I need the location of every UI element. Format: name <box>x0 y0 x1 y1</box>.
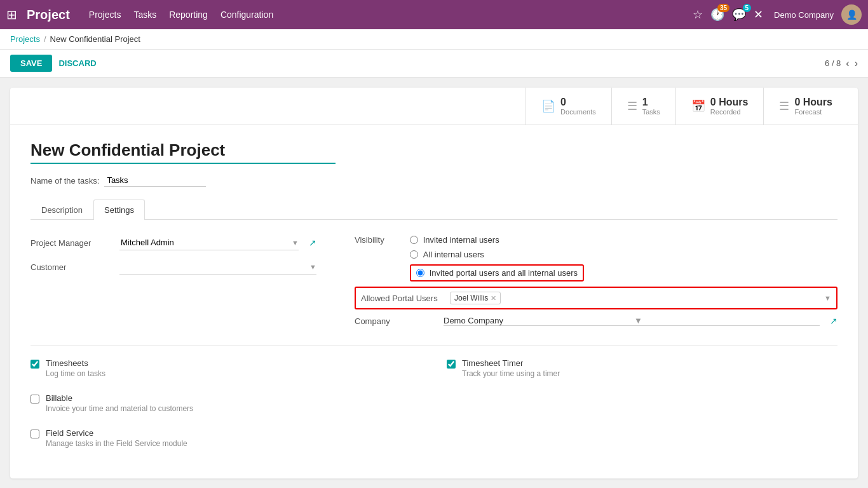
external-link-icon[interactable]: ↗ <box>309 238 316 248</box>
field-service-title: Field Service <box>46 428 187 438</box>
portal-users-arrow-icon: ▼ <box>824 294 831 302</box>
discard-button[interactable]: DISCARD <box>58 58 96 68</box>
chat-badge[interactable]: 💬 5 <box>732 8 746 22</box>
field-service-desc: Manage tasks in the Field Service module <box>46 439 187 448</box>
company-name: Demo Company <box>774 10 834 20</box>
stat-documents[interactable]: 📄 0 Documents <box>526 88 611 125</box>
checkbox-timesheet-timer: Timesheet Timer Track your time using a … <box>447 358 837 378</box>
project-manager-dropdown[interactable]: Mitchell Admin <box>119 235 289 250</box>
dropdown-arrow-icon: ▼ <box>292 239 299 247</box>
project-manager-label: Project Manager <box>31 238 113 248</box>
hours-forecast-label: Forecast <box>794 108 832 116</box>
hours-recorded-icon: 📅 <box>691 99 705 113</box>
radio-invited-internal-input[interactable] <box>410 236 418 244</box>
form-content: Name of the tasks: Description Settings … <box>10 125 858 478</box>
app-grid-icon[interactable]: ⊞ <box>6 7 17 22</box>
checkbox-timesheets: Timesheets Log time on tasks <box>31 358 421 378</box>
project-title-input[interactable] <box>31 140 336 164</box>
stats-bar: 📄 0 Documents ☰ 1 Tasks 📅 0 Hours Record… <box>10 88 858 125</box>
nav-reporting[interactable]: Reporting <box>169 10 208 20</box>
visibility-section: Visibility Invited internal users All in… <box>355 235 837 326</box>
customer-dropdown[interactable] <box>119 259 307 274</box>
main-content: 📄 0 Documents ☰ 1 Tasks 📅 0 Hours Record… <box>0 78 868 488</box>
save-button[interactable]: SAVE <box>10 55 52 72</box>
clock-count: 35 <box>717 4 729 12</box>
task-name-row: Name of the tasks: <box>31 174 837 187</box>
company-label: Company <box>355 316 437 326</box>
radio-all-internal-input[interactable] <box>410 250 418 259</box>
timesheets-title: Timesheets <box>46 358 105 368</box>
checkbox-field-service-input[interactable] <box>31 430 39 438</box>
user-avatar[interactable]: 👤 <box>841 4 862 25</box>
checkbox-timesheet-timer-input[interactable] <box>447 360 456 369</box>
visibility-label: Visibility <box>355 235 384 245</box>
tag-remove-icon[interactable]: ✕ <box>491 294 496 302</box>
breadcrumb-separator: / <box>44 34 46 44</box>
customer-arrow-icon: ▼ <box>309 263 316 271</box>
radio-invited-portal-label: Invited portal users and all internal us… <box>430 268 578 278</box>
nav-tasks[interactable]: Tasks <box>133 10 156 20</box>
breadcrumb-current: New Confidential Project <box>50 34 140 44</box>
top-nav: ⊞ Project Projects Tasks Reporting Confi… <box>0 0 868 29</box>
close-icon[interactable]: ✕ <box>754 8 763 22</box>
stat-hours-forecast[interactable]: ☰ 0 Hours Forecast <box>763 88 848 125</box>
company-arrow-icon: ▼ <box>634 316 820 325</box>
nav-projects[interactable]: Projects <box>89 10 121 20</box>
company-external-link-icon[interactable]: ↗ <box>830 316 837 326</box>
action-bar: SAVE DISCARD 6 / 8 ‹ › <box>0 50 868 78</box>
radio-invited-portal-row: Invited portal users and all internal us… <box>410 264 584 281</box>
project-card: 📄 0 Documents ☰ 1 Tasks 📅 0 Hours Record… <box>10 88 858 478</box>
company-value: Demo Company <box>444 316 629 325</box>
documents-icon: 📄 <box>541 99 555 113</box>
checkbox-col-left: Timesheets Log time on tasks Billable In… <box>31 358 421 463</box>
tabs: Description Settings <box>31 200 837 220</box>
customer-label: Customer <box>31 262 113 272</box>
checkbox-timesheets-input[interactable] <box>31 360 39 369</box>
checkbox-billable-input[interactable] <box>31 395 39 403</box>
breadcrumb: Projects / New Confidential Project <box>0 29 868 50</box>
star-icon[interactable]: ☆ <box>693 8 703 22</box>
timesheets-desc: Log time on tasks <box>46 369 105 378</box>
breadcrumb-link[interactable]: Projects <box>10 34 40 44</box>
customer-select[interactable]: ▼ <box>119 259 316 274</box>
left-col: Project Manager Mitchell Admin ▼ ↗ Custo… <box>31 235 316 332</box>
tag-label: Joel Willis <box>454 294 488 302</box>
allowed-portal-users-row: Allowed Portal Users Joel Willis ✕ ▼ <box>355 287 837 309</box>
nav-configuration[interactable]: Configuration <box>220 10 273 20</box>
checkbox-col-right: Timesheet Timer Track your time using a … <box>447 358 837 463</box>
billable-title: Billable <box>46 393 193 403</box>
tasks-label: Tasks <box>642 108 660 116</box>
project-manager-select[interactable]: Mitchell Admin ▼ <box>119 235 299 250</box>
task-name-input[interactable] <box>104 174 206 187</box>
hours-recorded-count: 0 Hours <box>710 97 749 108</box>
hours-forecast-count: 0 Hours <box>794 97 832 108</box>
next-arrow[interactable]: › <box>855 58 858 69</box>
app-title: Project <box>27 8 70 22</box>
radio-all-internal: All internal users <box>410 250 584 259</box>
company-select[interactable]: Demo Company ▼ <box>444 316 820 326</box>
billable-desc: Invoice your time and material to custom… <box>46 404 193 413</box>
allowed-portal-users-label: Allowed Portal Users <box>361 294 444 303</box>
tag-input[interactable]: Joel Willis ✕ <box>450 292 818 304</box>
prev-arrow[interactable]: ‹ <box>846 58 849 69</box>
clock-badge[interactable]: 🕐 35 <box>710 8 724 22</box>
stat-hours-recorded[interactable]: 📅 0 Hours Recorded <box>675 88 764 125</box>
right-col: Visibility Invited internal users All in… <box>355 235 837 332</box>
project-manager-row: Project Manager Mitchell Admin ▼ ↗ <box>31 235 316 250</box>
customer-row: Customer ▼ <box>31 259 316 274</box>
company-row: Company Demo Company ▼ ↗ <box>355 316 837 326</box>
radio-invited-portal-input[interactable] <box>416 269 424 277</box>
documents-label: Documents <box>560 108 596 116</box>
timesheet-timer-title: Timesheet Timer <box>462 358 560 368</box>
pagination: 6 / 8 ‹ › <box>825 58 858 69</box>
tasks-icon: ☰ <box>627 99 637 113</box>
documents-count: 0 <box>560 97 596 108</box>
tab-description[interactable]: Description <box>31 200 93 220</box>
tag-joel-willis: Joel Willis ✕ <box>450 292 501 304</box>
tab-settings[interactable]: Settings <box>93 200 145 220</box>
nav-icons: ☆ 🕐 35 💬 5 ✕ Demo Company 👤 <box>693 4 862 25</box>
nav-links: Projects Tasks Reporting Configuration <box>89 10 273 20</box>
visibility-options: Invited internal users All internal user… <box>410 235 584 287</box>
stat-tasks[interactable]: ☰ 1 Tasks <box>611 88 675 125</box>
radio-invited-internal-label: Invited internal users <box>423 235 499 245</box>
